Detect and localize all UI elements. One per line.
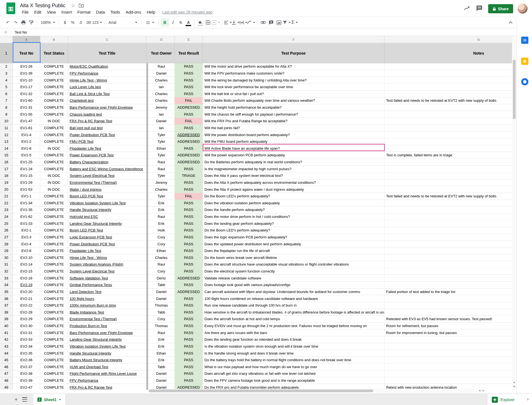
bold-button[interactable]: B [161, 18, 169, 27]
row-number[interactable]: 15 [0, 152, 13, 159]
cell-test-purpose[interactable]: Does the Alta X pass system level electr… [203, 172, 384, 179]
cell-test-purpose[interactable]: Will the FRX Pro and Futaba Range be acc… [203, 118, 384, 125]
cell-test-no[interactable]: EV1-24 [13, 165, 40, 172]
menu-edit[interactable]: Edit [32, 9, 44, 16]
cell-test-owner[interactable]: Ian [148, 84, 175, 91]
cell-test-owner[interactable]: Daniel [148, 370, 175, 377]
cell-test-result[interactable]: ADDRESSED [175, 131, 203, 138]
cell-test-status[interactable]: COMPLETE [40, 234, 68, 241]
cell-test-title[interactable]: Boom LED PCB Test [68, 227, 146, 234]
cell-test-owner[interactable]: Daniel [148, 289, 175, 296]
menu-view[interactable]: View [44, 9, 58, 16]
spreadsheet-stats-icon[interactable] [464, 6, 470, 11]
cell-test-purpose[interactable]: Is the vibration isolation system stron … [203, 343, 384, 350]
cell-notes[interactable] [384, 343, 512, 350]
cell-test-status[interactable]: COMPLETE [40, 329, 68, 336]
cell-notes[interactable] [384, 84, 512, 91]
cell-test-owner[interactable]: Cory [148, 234, 175, 241]
cell-notes[interactable]: Room for refinement, but passes [384, 323, 512, 330]
cell-test-owner[interactable]: Thomas [148, 323, 175, 330]
cell-test-purpose[interactable]: Are there any aero issues with the baro [203, 329, 384, 336]
cell-test-purpose[interactable]: Will the ball joints fail? [203, 125, 384, 132]
cell-test-no[interactable]: EV2-4 [13, 241, 40, 248]
cell-test-no[interactable]: EV1-29 [13, 179, 40, 186]
cell-test-no[interactable]: EV1-32 [13, 91, 40, 98]
menu-format[interactable]: Format [75, 9, 93, 16]
sheets-logo-icon[interactable] [6, 2, 16, 14]
cell-test-status[interactable]: COMPLETE [40, 165, 68, 172]
cell-test-result[interactable]: PASS [175, 234, 203, 241]
cell-notes[interactable] [384, 186, 512, 193]
cell-notes[interactable] [384, 295, 512, 302]
cell-test-no[interactable]: EV1-34 [13, 200, 40, 207]
cell-test-result[interactable]: FAIL [175, 97, 203, 104]
cell-test-purpose[interactable]: Do the Batteries perform adequately in r… [203, 159, 384, 166]
row-number[interactable]: 34 [0, 282, 13, 289]
row-number[interactable]: 37 [0, 302, 13, 309]
cell-test-title[interactable]: FRX Pro & RC Range Test [68, 118, 146, 125]
cell-test-status[interactable]: COMPLETE [40, 131, 68, 138]
cell-test-title[interactable]: Baro Performance over Flight Envelope [68, 329, 146, 336]
row-number[interactable]: 18 [0, 172, 13, 179]
cell-test-status[interactable]: COMPLETE [40, 282, 68, 289]
number-format-button[interactable]: 123 [92, 18, 102, 27]
cell-test-result[interactable]: PASS [175, 111, 203, 118]
header-cell-purpose[interactable]: Test Purpose [203, 43, 384, 63]
cell-test-owner[interactable]: Tabb [148, 364, 175, 371]
menu-tools[interactable]: Tools [108, 9, 123, 16]
cell-test-title[interactable]: Charliebolt test [68, 97, 146, 104]
row-number[interactable]: 7 [0, 97, 13, 104]
row-number[interactable]: 11 [0, 125, 13, 132]
cell-notes[interactable] [384, 309, 512, 316]
cell-test-title[interactable]: FPV Performance [68, 377, 146, 384]
cell-test-owner[interactable]: Cory [148, 241, 175, 248]
horizontal-scrollbar-thumb[interactable] [149, 389, 373, 392]
cell-notes[interactable] [384, 370, 512, 377]
cell-test-title[interactable]: Boom LED PCB Test [68, 193, 146, 200]
row-number[interactable]: 17 [0, 165, 13, 172]
cell-test-title[interactable]: 100 flight hours [68, 295, 146, 302]
cell-test-no[interactable]: EV2-21 [13, 295, 40, 302]
cell-notes[interactable] [384, 261, 512, 268]
cell-test-no[interactable]: EV2-22 [13, 302, 40, 309]
cell-notes[interactable] [384, 282, 512, 289]
row-number[interactable]: 16 [0, 159, 13, 166]
cell-notes[interactable] [384, 254, 512, 261]
row-number[interactable]: 33 [0, 275, 13, 282]
cell-test-purpose[interactable]: Will Active Blade have an acceptable lif… [203, 145, 384, 152]
cell-test-owner[interactable]: Thomas [148, 302, 175, 309]
cell-notes[interactable] [384, 118, 512, 125]
cell-test-status[interactable]: COMPLETE [40, 309, 68, 316]
cell-test-title[interactable]: Logic Expansion PCB Test [68, 234, 146, 241]
cell-test-title[interactable]: Hinge Life Test - Wiring [68, 77, 146, 84]
sheet-tab[interactable]: 1 Sheet1 [33, 394, 66, 405]
cell-test-owner[interactable]: Ethan [148, 248, 175, 254]
cell-test-status[interactable]: COMPLETE [40, 248, 68, 254]
row-number[interactable]: 43 [0, 343, 13, 350]
cell-test-status[interactable]: COMPLETE [40, 241, 68, 248]
cell-test-result[interactable]: PASS [175, 77, 203, 84]
cell-notes[interactable] [384, 91, 512, 98]
cell-test-no[interactable]: EV2-6 [13, 248, 40, 254]
cell-test-title[interactable]: Ball joint pull out test [68, 125, 146, 132]
row-number[interactable]: 1 [0, 43, 13, 63]
cell-test-result[interactable]: FAIL [175, 193, 203, 200]
cell-notes[interactable] [384, 159, 512, 166]
account-avatar[interactable] [518, 4, 528, 14]
cell-test-result[interactable]: PASS [175, 357, 203, 364]
cell-test-result[interactable]: PASS [175, 165, 203, 172]
cell-test-title[interactable]: Software Validation Test [68, 275, 146, 282]
cell-test-title[interactable]: FPV Performance [68, 70, 146, 77]
cell-test-title[interactable]: Handle Structural Integrity [68, 207, 146, 213]
filter-button[interactable] [283, 18, 291, 27]
cell-test-no[interactable]: EV2-38 [13, 370, 40, 377]
cell-notes[interactable] [384, 207, 512, 213]
header-cell-title[interactable]: Test Title [68, 43, 146, 63]
cell-test-result[interactable]: PASS [175, 63, 203, 70]
cell-test-status[interactable]: COMPLETE [40, 200, 68, 207]
cell-test-status[interactable]: COMPLETE [40, 63, 68, 70]
cell-test-result[interactable]: PASS [175, 377, 203, 384]
increase-decimal-button[interactable]: .00 [84, 18, 92, 27]
cell-test-status[interactable]: COMPLETE [40, 213, 68, 220]
collapse-toolbar-icon[interactable] [509, 20, 513, 25]
